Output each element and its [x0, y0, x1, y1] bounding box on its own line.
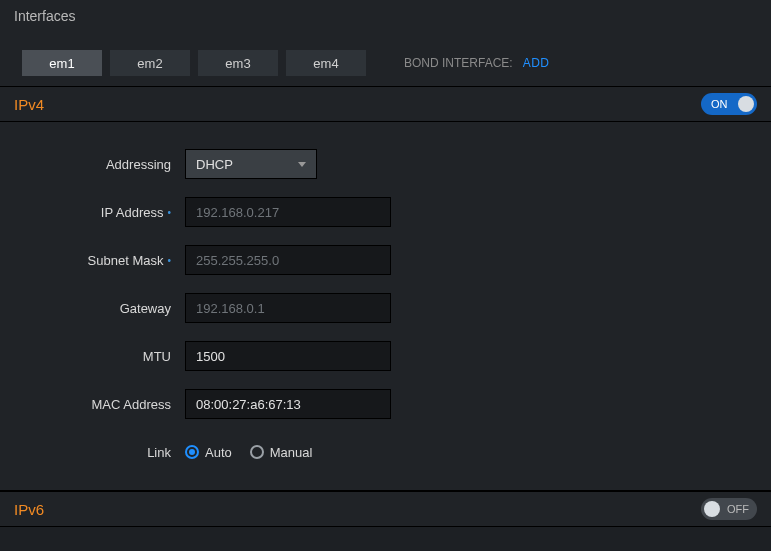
label-gateway: Gateway: [120, 301, 171, 316]
link-manual-radio[interactable]: Manual: [250, 445, 313, 460]
ip-address-input[interactable]: [185, 197, 391, 227]
empty-area: [0, 527, 771, 551]
ipv4-toggle[interactable]: ON: [701, 93, 757, 115]
radio-icon: [185, 445, 199, 459]
toggle-knob: [704, 501, 720, 517]
toggle-knob: [738, 96, 754, 112]
radio-icon: [250, 445, 264, 459]
subnet-mask-input[interactable]: [185, 245, 391, 275]
tab-em4[interactable]: em4: [286, 50, 366, 76]
ipv4-title: IPv4: [14, 96, 44, 113]
tab-em3[interactable]: em3: [198, 50, 278, 76]
mtu-input[interactable]: [185, 341, 391, 371]
ipv6-toggle-label: OFF: [727, 503, 749, 515]
bond-label: BOND INTERFACE:: [404, 56, 513, 70]
label-addressing: Addressing: [106, 157, 171, 172]
label-mask: Subnet Mask: [88, 253, 164, 268]
ipv6-toggle[interactable]: OFF: [701, 498, 757, 520]
link-manual-label: Manual: [270, 445, 313, 460]
bond-add-link[interactable]: ADD: [523, 56, 550, 70]
required-dot: •: [167, 255, 171, 266]
tab-em2[interactable]: em2: [110, 50, 190, 76]
label-ip: IP Address: [101, 205, 164, 220]
ipv4-toggle-label: ON: [711, 98, 728, 110]
ipv6-section: IPv6 OFF: [0, 491, 771, 527]
ipv6-title: IPv6: [14, 501, 44, 518]
label-mac: MAC Address: [92, 397, 171, 412]
window-title: Interfaces: [0, 0, 771, 32]
label-link: Link: [147, 445, 171, 460]
addressing-value: DHCP: [196, 157, 233, 172]
gateway-input[interactable]: [185, 293, 391, 323]
required-dot: •: [167, 207, 171, 218]
mac-address-input[interactable]: [185, 389, 391, 419]
addressing-dropdown[interactable]: DHCP: [185, 149, 317, 179]
link-auto-label: Auto: [205, 445, 232, 460]
label-mtu: MTU: [143, 349, 171, 364]
chevron-down-icon: [298, 162, 306, 167]
link-auto-radio[interactable]: Auto: [185, 445, 232, 460]
interface-tabs: em1 em2 em3 em4 BOND INTERFACE: ADD: [0, 32, 771, 86]
ipv4-section: IPv4 ON Addressing DHCP IP Address: [0, 86, 771, 491]
tab-em1[interactable]: em1: [22, 50, 102, 76]
